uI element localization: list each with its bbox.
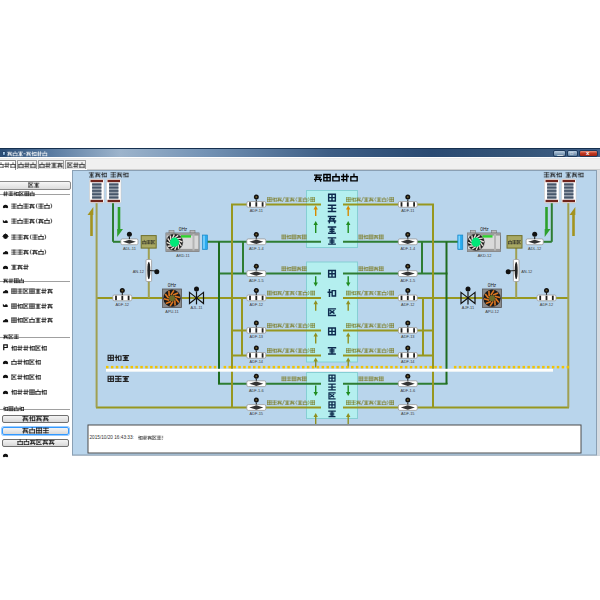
svg-text:APU-11: APU-11: [165, 309, 178, 314]
svg-text:ADF-15: ADF-15: [250, 411, 263, 416]
svg-text:ADF-15: ADF-15: [401, 411, 414, 416]
svg-text:ADF-14: ADF-14: [401, 359, 415, 364]
svg-text:ADF-1-5: ADF-1-5: [400, 278, 415, 283]
svg-text:ADF-1-4: ADF-1-4: [249, 246, 265, 251]
svg-text:0Hz: 0Hz: [488, 283, 497, 288]
svg-text:AN-12: AN-12: [133, 269, 144, 274]
svg-text:ADF-13: ADF-13: [401, 334, 414, 339]
svg-text:ADF-12: ADF-12: [540, 302, 553, 307]
svg-text:AKD-12: AKD-12: [478, 253, 492, 258]
svg-text:ADL-11: ADL-11: [123, 246, 136, 251]
svg-text:0Hz: 0Hz: [168, 283, 177, 288]
svg-text:ADF-1-6: ADF-1-6: [249, 388, 264, 393]
svg-text:2015/10/20 16:43:33:: 2015/10/20 16:43:33:: [90, 435, 134, 440]
svg-text:ADF-12: ADF-12: [250, 302, 263, 307]
svg-text:AJF-11: AJF-11: [462, 305, 474, 310]
svg-text:0Hz: 0Hz: [179, 227, 188, 232]
svg-text:ADF-12: ADF-12: [401, 302, 414, 307]
svg-text:ADF-1-4: ADF-1-4: [400, 246, 416, 251]
svg-text:0Hz: 0Hz: [480, 227, 489, 232]
svg-text:ADF-13: ADF-13: [250, 334, 263, 339]
svg-text:ADF-1-5: ADF-1-5: [249, 278, 264, 283]
svg-text:ADF-12: ADF-12: [116, 302, 129, 307]
svg-text:AKD-11: AKD-11: [176, 253, 189, 258]
svg-text:AN-12: AN-12: [521, 269, 532, 274]
svg-text:APU-12: APU-12: [485, 309, 499, 314]
svg-text:AJL-11: AJL-11: [190, 305, 202, 310]
svg-text:ADF-11: ADF-11: [250, 208, 263, 213]
svg-text:ADF-11: ADF-11: [401, 208, 414, 213]
svg-text:ADF-1-6: ADF-1-6: [400, 388, 415, 393]
svg-text:ADL-12: ADL-12: [528, 246, 541, 251]
svg-text:ADF-14: ADF-14: [250, 359, 264, 364]
